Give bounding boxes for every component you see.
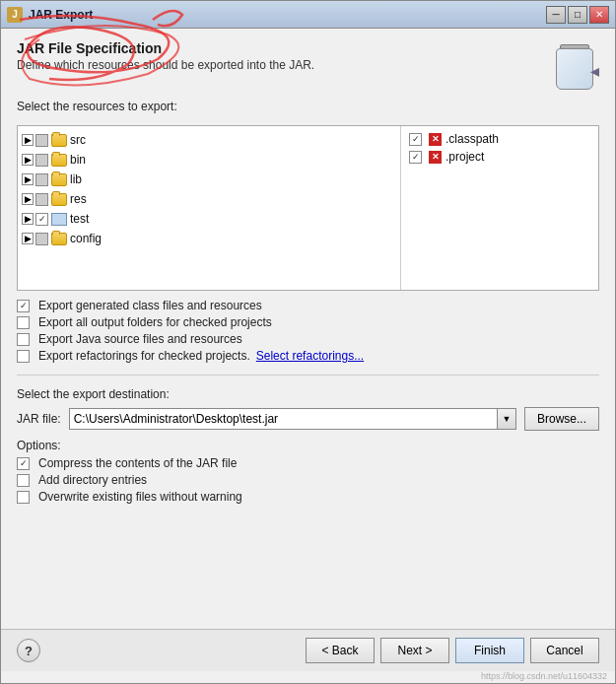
- watermark-text: https://blog.csdn.net/u11604332: [1, 671, 615, 683]
- destination-label: Select the export destination:: [17, 387, 599, 401]
- window-icon: J: [7, 7, 23, 23]
- tree-checkbox[interactable]: [35, 193, 48, 206]
- tree-toggle[interactable]: ▶: [22, 154, 34, 166]
- dropdown-arrow-button[interactable]: ▼: [497, 408, 516, 430]
- folder-icon: [51, 193, 67, 206]
- file-tree[interactable]: ▶ src ▶ bin ▶ lib: [18, 126, 401, 290]
- page-subtitle: Define which resources should be exporte…: [17, 58, 314, 72]
- tree-item-label: test: [70, 212, 89, 226]
- tree-row[interactable]: ▶ res: [18, 189, 400, 209]
- overwrite-label: Overwrite existing files without warning: [38, 490, 242, 504]
- tree-item-label: src: [70, 133, 86, 147]
- window-controls: ─ □ ✕: [546, 6, 609, 24]
- close-button[interactable]: ✕: [589, 6, 609, 24]
- window-title: JAR Export: [29, 8, 546, 22]
- folder-icon: [51, 233, 67, 245]
- tree-checkbox[interactable]: [35, 173, 48, 186]
- tree-checkbox[interactable]: [35, 233, 48, 245]
- folder-icon: [51, 154, 67, 167]
- export-output-folders-label: Export all output folders for checked pr…: [38, 315, 272, 329]
- dialog-footer: ? < Back Next > Finish Cancel: [1, 629, 615, 671]
- destination-row: JAR file: ▼ Browse...: [17, 407, 599, 431]
- resources-label: Select the resources to export:: [17, 100, 599, 113]
- tree-row[interactable]: ▶ test: [18, 209, 400, 229]
- tree-row[interactable]: ▶ bin: [18, 150, 400, 170]
- tree-item-label: config: [70, 232, 102, 245]
- export-output-folders-checkbox[interactable]: [17, 316, 30, 329]
- compress-checkbox[interactable]: [17, 457, 30, 470]
- directory-entries-checkbox[interactable]: [17, 474, 30, 487]
- help-button[interactable]: ?: [17, 639, 40, 662]
- tree-toggle[interactable]: ▶: [22, 213, 34, 225]
- export-refactorings-checkbox[interactable]: [17, 350, 30, 363]
- browse-button[interactable]: Browse...: [524, 407, 599, 431]
- compress-label: Compress the contents of the JAR file: [38, 456, 237, 470]
- destination-section: Select the export destination: JAR file:…: [17, 387, 599, 431]
- jar-file-input[interactable]: [69, 408, 497, 430]
- tree-toggle[interactable]: ▶: [22, 134, 34, 146]
- jar-body: [556, 48, 593, 90]
- project-checkbox[interactable]: [409, 151, 422, 164]
- tree-checkbox[interactable]: [35, 213, 48, 226]
- export-refactorings-label: Export refactorings for checked projects…: [38, 349, 250, 363]
- export-refactorings-row[interactable]: Export refactorings for checked projects…: [17, 349, 599, 363]
- classpath-label: .classpath: [445, 132, 499, 146]
- main-content: JAR File Specification Define which reso…: [1, 29, 615, 629]
- export-class-files-row[interactable]: Export generated class files and resourc…: [17, 299, 599, 312]
- tree-item-label: lib: [70, 172, 82, 186]
- finish-button[interactable]: Finish: [455, 638, 524, 663]
- x-icon: ✕: [429, 151, 442, 164]
- folder-icon: [51, 173, 67, 186]
- tree-checkbox[interactable]: [35, 154, 48, 167]
- resources-panel: ▶ src ▶ bin ▶ lib: [17, 125, 599, 291]
- cancel-button[interactable]: Cancel: [530, 638, 599, 663]
- classpath-checkbox[interactable]: [409, 133, 422, 146]
- classpath-row[interactable]: ✕ .classpath: [409, 132, 590, 146]
- directory-entries-label: Add directory entries: [38, 473, 147, 487]
- project-row[interactable]: ✕ .project: [409, 150, 590, 164]
- project-label: .project: [445, 150, 484, 164]
- export-class-files-checkbox[interactable]: [17, 300, 30, 312]
- back-button[interactable]: < Back: [306, 638, 375, 663]
- jar-icon-graphic: ◂: [548, 40, 599, 92]
- tree-toggle[interactable]: ▶: [22, 173, 34, 185]
- export-options: Export generated class files and resourc…: [17, 299, 599, 363]
- classpath-panel: ✕ .classpath ✕ .project: [401, 126, 598, 290]
- directory-entries-row[interactable]: Add directory entries: [17, 473, 599, 487]
- separator-1: [17, 375, 599, 376]
- tree-row[interactable]: ▶ lib: [18, 170, 400, 189]
- minimize-button[interactable]: ─: [546, 6, 566, 24]
- page-header: JAR File Specification Define which reso…: [17, 40, 599, 92]
- folder-icon: [51, 134, 67, 147]
- export-source-row[interactable]: Export Java source files and resources: [17, 332, 599, 346]
- overwrite-row[interactable]: Overwrite existing files without warning: [17, 490, 599, 504]
- tree-item-label: bin: [70, 153, 86, 167]
- select-refactorings-link[interactable]: Select refactorings...: [256, 349, 364, 363]
- header-text: JAR File Specification Define which reso…: [17, 40, 314, 78]
- compress-row[interactable]: Compress the contents of the JAR file: [17, 456, 599, 470]
- options-label: Options:: [17, 439, 61, 452]
- tree-row[interactable]: ▶ config: [18, 229, 400, 248]
- title-bar: J JAR Export ─ □ ✕: [1, 1, 615, 29]
- overwrite-checkbox[interactable]: [17, 491, 30, 504]
- page-title: JAR File Specification: [17, 40, 314, 56]
- tree-toggle[interactable]: ▶: [22, 193, 34, 205]
- tree-toggle[interactable]: ▶: [22, 233, 34, 244]
- export-source-checkbox[interactable]: [17, 333, 30, 346]
- tree-checkbox[interactable]: [35, 134, 48, 147]
- tree-item-label: res: [70, 192, 87, 206]
- jar-export-window: J JAR Export ─ □ ✕ JAR File Specificatio…: [0, 0, 616, 684]
- next-button[interactable]: Next >: [380, 638, 449, 663]
- dest-input-wrap: ▼: [69, 408, 516, 430]
- package-icon: [51, 213, 67, 226]
- jar-file-label: JAR file:: [17, 412, 61, 426]
- x-icon: ✕: [429, 133, 442, 146]
- export-output-folders-row[interactable]: Export all output folders for checked pr…: [17, 315, 599, 329]
- tree-row[interactable]: ▶ src: [18, 130, 400, 150]
- export-source-label: Export Java source files and resources: [38, 332, 242, 346]
- footer-buttons: < Back Next > Finish Cancel: [306, 638, 599, 663]
- options-section: Options: Compress the contents of the JA…: [17, 439, 599, 504]
- export-class-files-label: Export generated class files and resourc…: [38, 299, 262, 312]
- maximize-button[interactable]: □: [568, 6, 587, 24]
- jar-arrow: ◂: [590, 60, 599, 82]
